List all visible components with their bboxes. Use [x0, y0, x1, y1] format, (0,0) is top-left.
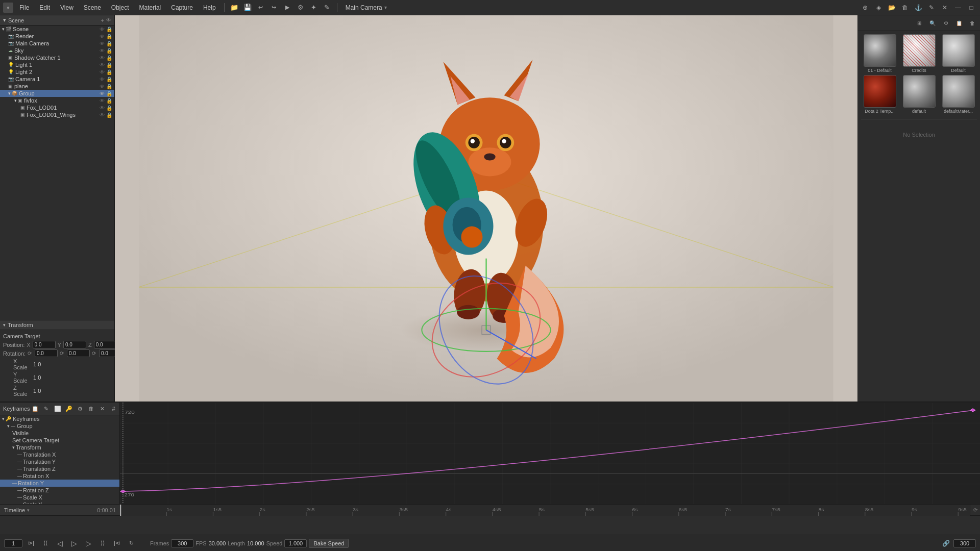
item-vis-icon[interactable]: 👁	[100, 41, 105, 46]
kf-item-root[interactable]: ▾ 🔑 Keyframes	[0, 415, 119, 422]
menu-scene[interactable]: Scene	[80, 3, 105, 12]
kf-btn-4[interactable]: 🔑	[64, 404, 74, 414]
scene-item[interactable]: 💡 Light 1 👁 🔒	[0, 61, 114, 68]
scene-item[interactable]: ☁ Sky 👁 🔒	[0, 47, 114, 54]
scene-collapse-icon[interactable]: ▾	[3, 17, 6, 23]
kf-item-scale-x[interactable]: — Scale X	[0, 494, 119, 501]
pb-play-btn[interactable]: ▷	[68, 538, 80, 549]
kf-item-set-cam[interactable]: Set Camera Target	[0, 437, 119, 444]
item-lock-icon[interactable]: 🔒	[106, 77, 112, 82]
item-vis-icon[interactable]: 👁	[100, 69, 105, 75]
menu-material[interactable]: Material	[135, 3, 165, 12]
scene-item[interactable]: ▾ 🎬 Scene 👁 🔒	[0, 26, 114, 33]
kf-item-trans-y[interactable]: — Translation Y	[0, 458, 119, 465]
pb-next-key-btn[interactable]: ⟩⟩	[97, 538, 108, 549]
kf-item-scale-y[interactable]: — Scale Y	[0, 501, 119, 504]
mat-panel-btn-4[interactable]: 📋	[953, 17, 965, 29]
toolbar-extra-btn[interactable]: ✦	[308, 2, 320, 13]
mat-panel-btn-1[interactable]: ⊞	[914, 17, 925, 29]
menu-file[interactable]: File	[15, 3, 33, 12]
toolbar-render-btn[interactable]: ▶	[282, 2, 293, 13]
menu-capture[interactable]: Capture	[167, 3, 197, 12]
item-lock-icon[interactable]: 🔒	[106, 105, 112, 111]
scene-item[interactable]: ▾ ▣ fivfox 👁 🔒	[0, 97, 114, 104]
scene-item[interactable]: 📷 Main Camera 👁 🔒	[0, 40, 114, 47]
scene-eye-btn[interactable]: 👁	[106, 17, 111, 23]
scene-item[interactable]: ▣ Fox_LOD01_Wings 👁 🔒	[0, 111, 114, 118]
menu-view[interactable]: View	[56, 3, 78, 12]
item-lock-icon[interactable]: 🔒	[106, 112, 112, 118]
rot-x-input[interactable]	[35, 349, 58, 357]
kf-btn-3[interactable]: ⬜	[53, 404, 63, 414]
kf-item-rot-y[interactable]: — Rotation Y	[0, 480, 119, 487]
item-lock-icon[interactable]: 🔒	[106, 62, 112, 68]
pb-prev-frame-btn[interactable]: ◁	[54, 538, 65, 549]
material-item-01[interactable]: 01 - Default	[861, 34, 898, 73]
material-item-dota2[interactable]: Dota 2 Temp...	[861, 75, 898, 114]
toolbar-edit2-btn[interactable]: ✎	[322, 2, 333, 13]
pb-prev-key-btn[interactable]: ⟨⟨	[40, 538, 51, 549]
kf-item-trans-x[interactable]: — Translation X	[0, 451, 119, 458]
item-lock-icon[interactable]: 🔒	[106, 41, 112, 46]
scene-add-btn[interactable]: +	[101, 17, 104, 23]
pos-y-input[interactable]	[63, 341, 86, 348]
top-btn-7[interactable]: ✕	[939, 2, 950, 13]
menu-edit[interactable]: Edit	[35, 3, 54, 12]
item-vis-icon[interactable]: 👁	[100, 84, 105, 89]
pos-x-input[interactable]	[33, 341, 56, 348]
item-lock-icon[interactable]: 🔒	[106, 98, 112, 104]
pb-key-left-btn[interactable]: ⊳|	[26, 538, 37, 549]
item-vis-icon[interactable]: 👁	[100, 91, 105, 96]
material-item-default[interactable]: Default	[940, 34, 977, 73]
item-lock-icon[interactable]: 🔒	[106, 27, 112, 32]
kf-item-rot-x[interactable]: — Rotation X	[0, 472, 119, 480]
top-btn-8[interactable]: —	[952, 2, 964, 13]
item-vis-icon[interactable]: 👁	[100, 112, 105, 118]
item-lock-icon[interactable]: 🔒	[106, 48, 112, 54]
item-vis-icon[interactable]: 👁	[100, 55, 105, 61]
item-vis-icon[interactable]: 👁	[100, 48, 105, 54]
pb-end-btn[interactable]: |⊲	[111, 538, 122, 549]
toolbar-save-btn[interactable]: 💾	[242, 2, 253, 13]
toolbar-settings-btn[interactable]: ⚙	[295, 2, 306, 13]
item-lock-icon[interactable]: 🔒	[106, 91, 112, 96]
item-lock-icon[interactable]: 🔒	[106, 84, 112, 89]
viewport[interactable]	[115, 15, 857, 402]
mat-panel-btn-5[interactable]: 🗑	[967, 17, 978, 29]
top-btn-6[interactable]: ✎	[926, 2, 937, 13]
kf-hash-btn[interactable]: #	[109, 404, 119, 414]
end-frame-input[interactable]	[953, 539, 976, 547]
mat-panel-btn-2[interactable]: 🔍	[927, 17, 938, 29]
scene-item[interactable]: ▣ Shadow Catcher 1 👁 🔒	[0, 54, 114, 61]
item-lock-icon[interactable]: 🔒	[106, 69, 112, 75]
kf-btn-1[interactable]: 📋	[30, 404, 40, 414]
camera-dropdown-icon[interactable]: ▾	[384, 5, 387, 10]
kf-close-btn[interactable]: ✕	[97, 404, 108, 414]
toolbar-undo-btn[interactable]: ↩	[255, 2, 266, 13]
top-btn-5[interactable]: ⚓	[913, 2, 924, 13]
kf-item-trans-z[interactable]: — Translation Z	[0, 465, 119, 472]
timeline-scroll-btn[interactable]: ⟳	[970, 505, 980, 515]
top-btn-maximize[interactable]: □	[966, 2, 977, 13]
item-vis-icon[interactable]: 👁	[100, 34, 105, 39]
pb-next-frame-btn[interactable]: ▷	[83, 538, 94, 549]
kf-btn-5[interactable]: ⚙	[75, 404, 85, 414]
material-item-credits[interactable]: Credits	[900, 34, 938, 73]
transform-collapse-icon[interactable]: ▾	[3, 322, 6, 328]
item-vis-icon[interactable]: 👁	[100, 105, 105, 111]
toolbar-redo-btn[interactable]: ↪	[268, 2, 280, 13]
material-item-default2[interactable]: default	[900, 75, 938, 114]
toolbar-open-btn[interactable]: 📁	[229, 2, 240, 13]
menu-object[interactable]: Object	[107, 3, 133, 12]
kf-item-group[interactable]: ▾ — Group	[0, 422, 119, 430]
top-btn-3[interactable]: 📂	[886, 2, 897, 13]
item-lock-icon[interactable]: 🔒	[106, 34, 112, 39]
bake-speed-button[interactable]: Bake Speed	[309, 539, 349, 548]
menu-help[interactable]: Help	[199, 3, 220, 12]
item-lock-icon[interactable]: 🔒	[106, 55, 112, 61]
item-vis-icon[interactable]: 👁	[100, 77, 105, 82]
speed-input[interactable]	[284, 539, 307, 547]
kf-item-rot-z[interactable]: — Rotation Z	[0, 487, 119, 494]
pb-loop-btn[interactable]: ↻	[126, 538, 137, 549]
top-btn-1[interactable]: ⊕	[860, 2, 871, 13]
